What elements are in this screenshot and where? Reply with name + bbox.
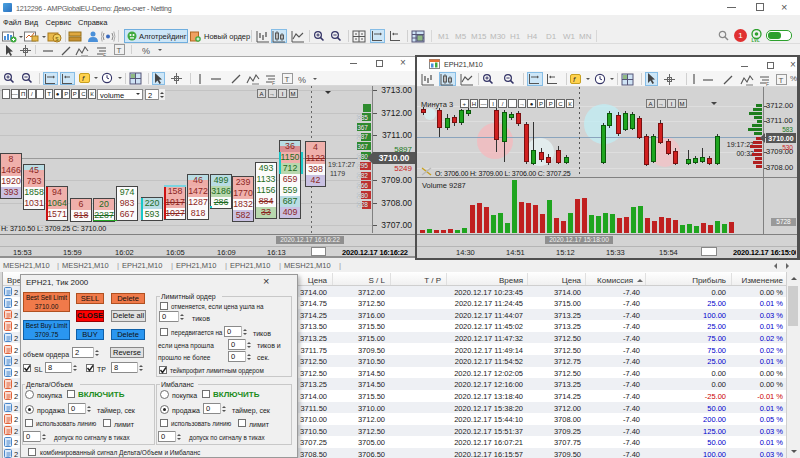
svg-text:LVL: LVL (752, 38, 760, 43)
svg-text:T: T (117, 46, 122, 55)
svg-text:F: F (766, 81, 769, 87)
svg-text:T: T (285, 75, 290, 84)
svg-text:%: % (298, 75, 306, 85)
svg-text:T: T (779, 76, 784, 85)
svg-text:F: F (272, 80, 275, 86)
svg-text:%: % (142, 46, 150, 56)
